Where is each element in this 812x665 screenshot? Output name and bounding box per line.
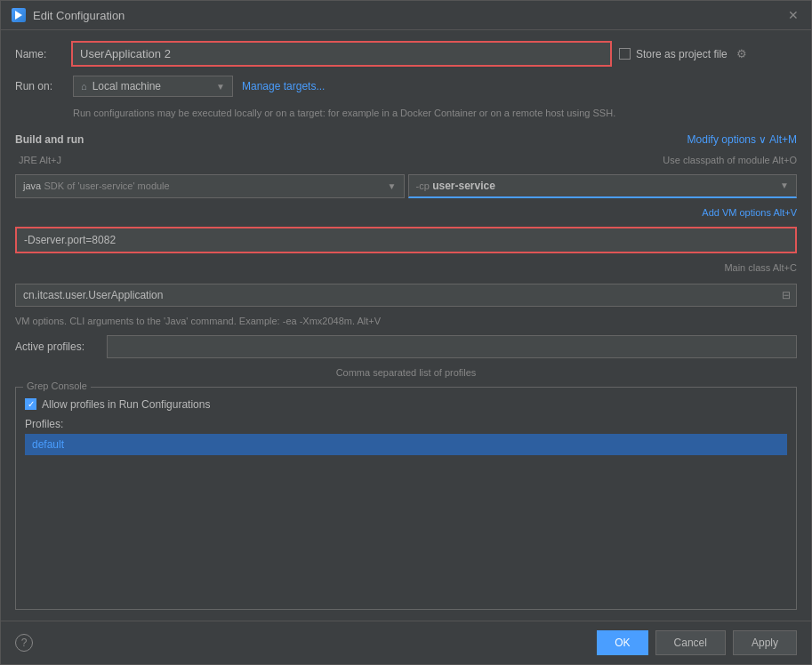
classpath-hint: Use classpath of module Alt+O — [663, 155, 797, 165]
manage-targets-link[interactable]: Manage targets... — [242, 80, 325, 92]
name-input[interactable] — [73, 43, 610, 65]
main-class-hint-row: Main class Alt+C — [15, 262, 797, 273]
modify-options-link[interactable]: Modify options ∨ Alt+M — [687, 133, 797, 146]
run-on-row: Run on: ⌂ Local machine ▼ Manage targets… — [15, 76, 797, 97]
main-class-input[interactable] — [16, 284, 776, 306]
help-button[interactable]: ? — [15, 634, 33, 652]
ok-button[interactable]: OK — [597, 630, 647, 655]
jre-classpath-hints: JRE Alt+J Use classpath of module Alt+O — [15, 155, 797, 165]
run-on-label: Run on: — [15, 80, 64, 92]
title-bar: Edit Configuration ✕ — [1, 1, 811, 30]
cancel-button[interactable]: Cancel — [655, 630, 726, 655]
store-as-project-checkbox[interactable] — [619, 48, 631, 60]
dropdowns-row: java SDK of 'user-service' module ▼ -cp … — [15, 174, 797, 198]
name-label: Name: — [15, 48, 64, 60]
name-input-wrapper — [71, 41, 612, 67]
add-vm-options-link[interactable]: Add VM options Alt+V — [702, 207, 797, 218]
store-checkbox-area: Store as project file ⚙ — [619, 47, 797, 60]
profiles-label: Active profiles: — [15, 341, 100, 353]
vm-options-input[interactable] — [17, 228, 795, 252]
footer-left: ? — [15, 634, 33, 652]
sdk-dropdown-text: java SDK of 'user-service' module — [23, 180, 388, 192]
main-class-browse-button[interactable]: ⊟ — [776, 285, 796, 305]
add-vm-hint-row: Add VM options Alt+V — [15, 207, 797, 218]
profiles-input[interactable] — [107, 335, 797, 358]
build-run-header: Build and run Modify options ∨ Alt+M — [15, 133, 797, 146]
build-run-title: Build and run — [15, 133, 84, 146]
title-bar-left: Edit Configuration — [12, 8, 125, 22]
store-gear-icon[interactable]: ⚙ — [736, 47, 747, 60]
checkmark-icon: ✓ — [28, 399, 35, 409]
run-on-value: Local machine — [92, 80, 211, 92]
sdk-arrow-icon: ▼ — [388, 181, 397, 191]
grep-console-section: Grep Console ✓ Allow profiles in Run Con… — [15, 387, 797, 611]
cp-arrow-icon: ▼ — [780, 180, 789, 190]
cp-dropdown[interactable]: -cp user-service ▼ — [408, 174, 798, 198]
svg-marker-0 — [15, 11, 22, 20]
allow-profiles-checkbox[interactable]: ✓ — [25, 398, 36, 410]
grep-checkbox-row: ✓ Allow profiles in Run Configurations — [25, 398, 787, 411]
apply-button[interactable]: Apply — [733, 630, 797, 655]
edit-configuration-dialog: Edit Configuration ✕ Name: Store as proj… — [0, 0, 812, 665]
vm-options-wrapper — [15, 227, 797, 253]
main-class-input-wrapper: ⊟ — [15, 284, 797, 307]
cp-dropdown-text: -cp user-service — [416, 180, 781, 192]
grep-profile-list: default — [25, 434, 787, 455]
active-profiles-row: Active profiles: — [15, 335, 797, 358]
grep-profiles-label: Profiles: — [25, 418, 787, 430]
dialog-footer: ? OK Cancel Apply — [1, 621, 811, 664]
sdk-dropdown[interactable]: java SDK of 'user-service' module ▼ — [15, 174, 405, 198]
run-on-dropdown[interactable]: ⌂ Local machine ▼ — [73, 76, 233, 97]
main-class-hint: Main class Alt+C — [724, 262, 797, 273]
close-button[interactable]: ✕ — [786, 8, 800, 22]
vm-description: VM options. CLI arguments to the 'Java' … — [15, 316, 797, 326]
run-on-description: Run configurations may be executed local… — [15, 106, 797, 121]
name-row: Name: Store as project file ⚙ — [15, 41, 797, 67]
machine-icon: ⌂ — [81, 81, 87, 92]
comma-hint: Comma separated list of profiles — [15, 367, 797, 378]
store-label: Store as project file — [636, 48, 728, 60]
app-icon — [12, 8, 26, 22]
footer-right: OK Cancel Apply — [597, 630, 797, 655]
allow-profiles-label: Allow profiles in Run Configurations — [42, 398, 210, 411]
dialog-content: Name: Store as project file ⚙ Run on: ⌂ … — [1, 30, 811, 621]
list-item[interactable]: default — [25, 434, 787, 455]
jre-hint: JRE Alt+J — [15, 155, 61, 165]
dropdown-arrow-icon: ▼ — [216, 82, 225, 92]
dialog-title: Edit Configuration — [33, 9, 125, 22]
grep-console-legend: Grep Console — [23, 381, 91, 391]
